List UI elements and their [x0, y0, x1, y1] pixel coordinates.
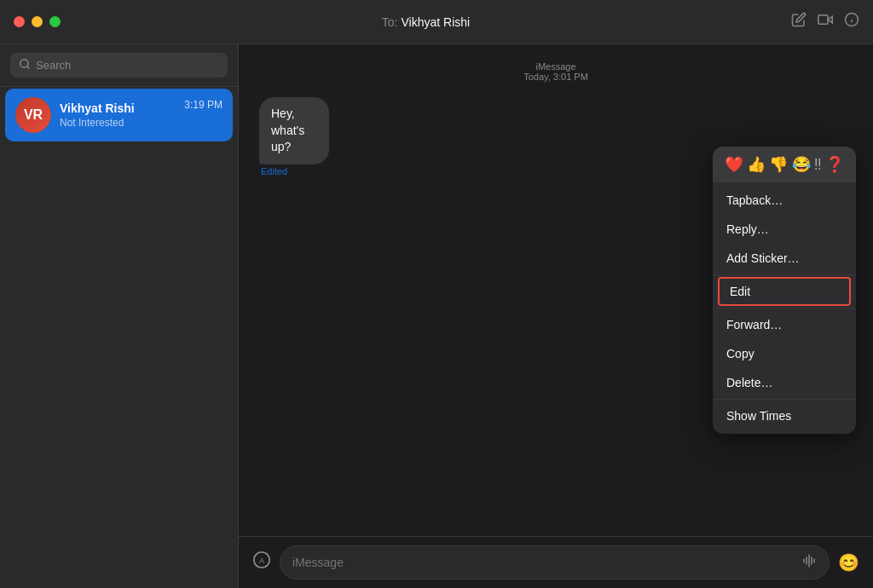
- context-menu-add-sticker[interactable]: Add Sticker…: [713, 244, 856, 273]
- chat-input-area: A 😊: [239, 536, 873, 588]
- contact-list: VR Vikhyat Rishi Not Interested 3:19 PM: [0, 87, 238, 588]
- sidebar: VR Vikhyat Rishi Not Interested 3:19 PM: [0, 44, 239, 588]
- avatar-image: VR: [15, 97, 51, 133]
- reaction-thumbs-down[interactable]: 👎: [769, 155, 788, 174]
- apps-icon[interactable]: A: [252, 551, 271, 574]
- info-icon[interactable]: [844, 12, 859, 32]
- edited-label: Edited: [261, 166, 367, 176]
- svg-marker-0: [828, 16, 832, 23]
- search-bar: [0, 44, 238, 87]
- context-menu-items: Tapback… Reply… Add Sticker… Edit Forwar…: [713, 182, 856, 434]
- to-label: To:: [382, 15, 398, 29]
- maximize-button[interactable]: [49, 16, 61, 27]
- svg-point-5: [20, 60, 28, 67]
- recipient-name: Vikhyat Rishi: [402, 15, 471, 29]
- reaction-laugh[interactable]: 😂: [792, 155, 811, 174]
- reaction-thumbs-up[interactable]: 👍: [747, 155, 766, 174]
- context-menu-divider-2: [713, 308, 856, 308]
- audio-waveform-icon[interactable]: [801, 553, 817, 572]
- title-bar-actions: [791, 12, 859, 32]
- emoji-icon[interactable]: 😊: [838, 552, 859, 573]
- context-menu-divider-1: [713, 274, 856, 275]
- traffic-lights: [14, 16, 61, 27]
- search-input-wrapper[interactable]: [10, 53, 228, 78]
- contact-item[interactable]: VR Vikhyat Rishi Not Interested 3:19 PM: [5, 89, 233, 141]
- window-title: To: Vikhyat Rishi: [61, 15, 791, 29]
- contact-preview: Not Interested: [60, 117, 176, 129]
- context-menu-delete[interactable]: Delete…: [713, 368, 856, 397]
- message-input-wrapper[interactable]: [280, 545, 830, 579]
- compose-icon[interactable]: [791, 12, 807, 32]
- contact-name: Vikhyat Rishi: [60, 101, 176, 115]
- svg-line-6: [27, 66, 30, 69]
- timestamp-date: Today, 3:01 PM: [259, 72, 853, 82]
- context-menu-reactions: ❤️ 👍 👎 😂 ‼️ ❓: [713, 147, 856, 182]
- main-layout: VR Vikhyat Rishi Not Interested 3:19 PM …: [0, 44, 873, 588]
- context-menu-divider-3: [713, 399, 856, 400]
- reaction-question[interactable]: ❓: [825, 155, 844, 174]
- minimize-button[interactable]: [32, 16, 43, 27]
- context-menu-forward[interactable]: Forward…: [713, 310, 856, 339]
- search-icon: [19, 58, 31, 72]
- message-text: Hey, what's up?: [271, 107, 304, 153]
- svg-rect-1: [818, 15, 828, 25]
- context-menu-reply[interactable]: Reply…: [713, 215, 856, 244]
- search-input[interactable]: [36, 59, 219, 72]
- context-menu-copy[interactable]: Copy: [713, 339, 856, 368]
- message-bubble-received: Hey, what's up?: [259, 97, 329, 164]
- message-input[interactable]: [292, 556, 801, 569]
- video-call-icon[interactable]: [817, 12, 834, 32]
- contact-time: 3:19 PM: [184, 99, 223, 111]
- imessage-label: iMessage: [259, 61, 853, 72]
- chat-area: iMessage Today, 3:01 PM Hey, what's up? …: [239, 44, 873, 588]
- avatar: VR: [15, 97, 51, 133]
- contact-info: Vikhyat Rishi Not Interested: [60, 101, 176, 129]
- reaction-exclamation[interactable]: ‼️: [814, 156, 822, 174]
- close-button[interactable]: [14, 16, 25, 27]
- timestamp-header: iMessage Today, 3:01 PM: [259, 61, 853, 82]
- context-menu-show-times[interactable]: Show Times: [713, 401, 856, 430]
- reaction-heart[interactable]: ❤️: [725, 155, 743, 174]
- context-menu: ❤️ 👍 👎 😂 ‼️ ❓ Tapback… Reply… Add Sticke…: [713, 147, 856, 434]
- context-menu-edit[interactable]: Edit: [718, 277, 851, 306]
- svg-text:A: A: [259, 556, 265, 565]
- title-bar: To: Vikhyat Rishi: [0, 0, 873, 44]
- context-menu-tapback[interactable]: Tapback…: [713, 186, 856, 215]
